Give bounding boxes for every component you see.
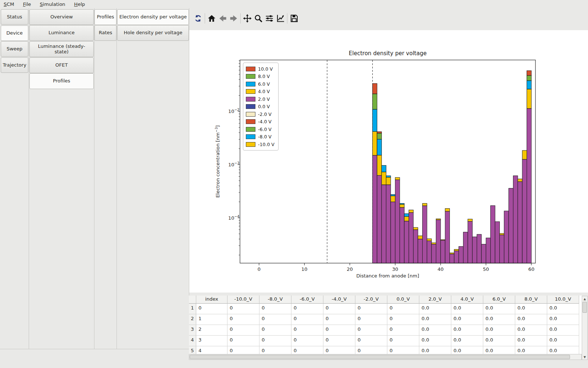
table-cell[interactable]: 0.0 [483, 346, 515, 354]
table-cell[interactable]: 0 [323, 346, 355, 354]
table-cell[interactable]: 0 [323, 325, 355, 336]
table-cell[interactable]: 0 [227, 336, 259, 346]
table-cell[interactable]: 0 [387, 325, 419, 336]
forward-arrow-button[interactable] [228, 13, 239, 24]
row-number[interactable]: 3 [189, 325, 196, 336]
table-cell[interactable]: 0 [323, 304, 355, 314]
back-arrow-button[interactable] [217, 13, 228, 24]
tab-ofet[interactable]: OFET [29, 57, 94, 73]
tab-hole-density-per-voltage[interactable]: Hole density per voltage [117, 25, 189, 41]
table-cell[interactable]: 0 [387, 304, 419, 314]
table-cell[interactable]: 0 [387, 346, 419, 354]
column-header--2.0_V[interactable]: -2.0_V [355, 296, 387, 304]
column-header-4.0_V[interactable]: 4.0_V [451, 296, 483, 304]
table-hscrollbar[interactable] [189, 354, 582, 360]
table-cell[interactable]: 0 [387, 314, 419, 325]
table-cell[interactable]: 0.0 [483, 304, 515, 314]
table-cell[interactable]: 0.0 [547, 314, 579, 325]
table-cell[interactable]: 0.0 [483, 325, 515, 336]
row-number[interactable]: 2 [189, 314, 196, 325]
table-cell[interactable]: 0 [227, 314, 259, 325]
table-cell[interactable]: 0.0 [515, 314, 547, 325]
table-cell[interactable]: 0 [355, 314, 387, 325]
hscroll-thumb[interactable] [190, 355, 570, 359]
nav-status[interactable]: Status [1, 9, 28, 25]
column-header--10.0_V[interactable]: -10.0_V [227, 296, 259, 304]
table-cell[interactable]: 0 [355, 325, 387, 336]
table-cell[interactable]: 0 [355, 336, 387, 346]
save-button[interactable] [288, 13, 300, 24]
column-header-10.0_V[interactable]: 10.0_V [547, 296, 579, 304]
home-button[interactable] [206, 13, 217, 24]
column-header--6.0_V[interactable]: -6.0_V [291, 296, 323, 304]
column-header-2.0_V[interactable]: 2.0_V [419, 296, 451, 304]
menu-item-file[interactable]: File [23, 1, 31, 7]
column-header--4.0_V[interactable]: -4.0_V [323, 296, 355, 304]
tab-luminance-steady-state[interactable]: Luminance (steady-state) [29, 41, 94, 57]
table-cell[interactable]: 0.0 [483, 314, 515, 325]
table-cell[interactable]: 0.0 [547, 304, 579, 314]
table-cell[interactable]: 0 [355, 346, 387, 354]
column-header-6.0_V[interactable]: 6.0_V [483, 296, 515, 304]
pan-button[interactable] [242, 13, 253, 24]
refresh-button[interactable] [193, 13, 204, 24]
menu-item-scm[interactable]: SCM [4, 1, 14, 7]
table-cell[interactable]: 0.0 [515, 304, 547, 314]
tab-electron-density-per-voltage[interactable]: Electron density per voltage [117, 9, 189, 25]
nav-device[interactable]: Device [1, 25, 28, 41]
table-cell[interactable]: 0.0 [451, 304, 483, 314]
zoom-button[interactable] [253, 13, 264, 24]
table-cell[interactable]: 0 [227, 304, 259, 314]
tab-profiles[interactable]: Profiles [29, 73, 94, 89]
table-cell[interactable]: 0 [355, 304, 387, 314]
tab-profiles[interactable]: Profiles [94, 9, 116, 25]
table-cell[interactable]: 1 [196, 314, 227, 325]
table-cell[interactable]: 0.0 [451, 314, 483, 325]
table-cell[interactable]: 0.0 [547, 336, 579, 346]
table-cell[interactable]: 4 [196, 346, 227, 354]
table-cell[interactable]: 0 [291, 336, 323, 346]
table-cell[interactable]: 0 [259, 346, 291, 354]
nav-sweep[interactable]: Sweep [1, 41, 28, 57]
table-cell[interactable]: 0 [259, 314, 291, 325]
table-cell[interactable]: 0.0 [515, 336, 547, 346]
table-cell[interactable]: 0 [291, 304, 323, 314]
edit-axes-button[interactable] [275, 13, 286, 24]
column-header-8.0_V[interactable]: 8.0_V [515, 296, 547, 304]
table-cell[interactable]: 0 [387, 336, 419, 346]
table-cell[interactable]: 2 [196, 325, 227, 336]
column-header-index[interactable]: index [196, 296, 227, 304]
table-cell[interactable]: 3 [196, 336, 227, 346]
row-number[interactable]: 5 [189, 346, 196, 354]
menu-item-help[interactable]: Help [74, 1, 85, 7]
table-cell[interactable]: 0 [323, 314, 355, 325]
table-cell[interactable]: 0 [227, 346, 259, 354]
table-cell[interactable]: 0.0 [419, 314, 451, 325]
scroll-up-icon[interactable]: ▲ [582, 296, 587, 301]
row-number[interactable]: 1 [189, 304, 196, 314]
table-cell[interactable]: 0.0 [419, 346, 451, 354]
vscroll-thumb[interactable] [582, 302, 587, 313]
plot-canvas[interactable]: 010203040506010−210−310−4Electron densit… [189, 30, 588, 293]
scroll-down-icon[interactable]: ▼ [582, 354, 587, 360]
table-cell[interactable]: 0 [323, 336, 355, 346]
table-vscrollbar[interactable]: ▲ ▼ [582, 296, 588, 360]
table-cell[interactable]: 0.0 [451, 346, 483, 354]
table-cell[interactable]: 0.0 [419, 336, 451, 346]
menu-item-simulation[interactable]: Simulation [40, 1, 65, 7]
table-cell[interactable]: 0 [259, 304, 291, 314]
table-cell[interactable]: 0 [291, 325, 323, 336]
column-header-0.0_V[interactable]: 0.0_V [387, 296, 419, 304]
table-cell[interactable]: 0.0 [451, 325, 483, 336]
table-cell[interactable]: 0.0 [515, 325, 547, 336]
table-cell[interactable]: 0 [291, 314, 323, 325]
tab-overview[interactable]: Overview [29, 9, 94, 25]
table-cell[interactable]: 0 [196, 304, 227, 314]
row-number[interactable]: 4 [189, 336, 196, 346]
table-cell[interactable]: 0 [259, 336, 291, 346]
tab-luminance[interactable]: Luminance [29, 25, 94, 41]
table-cell[interactable]: 0.0 [515, 346, 547, 354]
table-cell[interactable]: 0.0 [547, 325, 579, 336]
nav-trajectory[interactable]: Trajectory [1, 57, 28, 73]
table-cell[interactable]: 0.0 [483, 336, 515, 346]
